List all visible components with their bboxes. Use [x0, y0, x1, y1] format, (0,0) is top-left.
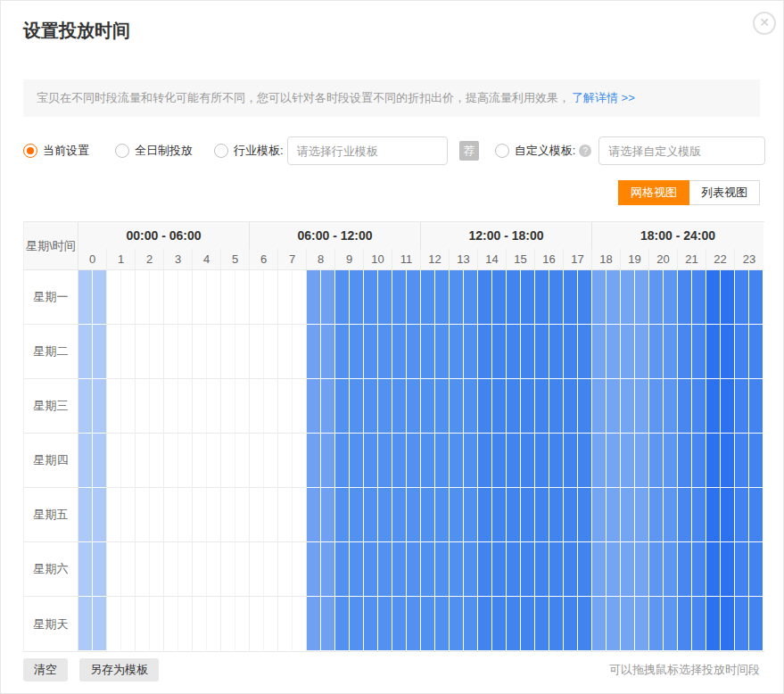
- schedule-cell-half[interactable]: [378, 379, 392, 433]
- schedule-cell[interactable]: [450, 542, 478, 597]
- schedule-cell-half[interactable]: [93, 325, 106, 378]
- schedule-cell-half[interactable]: [450, 434, 464, 487]
- schedule-cell-half[interactable]: [478, 434, 492, 487]
- schedule-cell-half[interactable]: [121, 542, 135, 596]
- schedule-cell-half[interactable]: [378, 434, 392, 487]
- schedule-cell-half[interactable]: [721, 434, 734, 487]
- schedule-cell-half[interactable]: [121, 597, 135, 650]
- schedule-cell-half[interactable]: [93, 434, 106, 487]
- schedule-cell-half[interactable]: [221, 325, 235, 378]
- schedule-cell-half[interactable]: [307, 434, 321, 487]
- schedule-cell-half[interactable]: [121, 325, 135, 378]
- schedule-cell-half[interactable]: [678, 597, 692, 650]
- schedule-cell[interactable]: [392, 597, 421, 651]
- schedule-cell-half[interactable]: [335, 270, 350, 324]
- schedule-cell-half[interactable]: [507, 325, 521, 378]
- schedule-cell-half[interactable]: [293, 325, 306, 378]
- schedule-cell-half[interactable]: [378, 325, 392, 378]
- schedule-cell[interactable]: [307, 379, 335, 434]
- schedule-cell-half[interactable]: [706, 597, 721, 650]
- schedule-cell[interactable]: [78, 379, 107, 434]
- schedule-cell[interactable]: [307, 325, 335, 379]
- schedule-cell[interactable]: [307, 597, 335, 651]
- schedule-cell-half[interactable]: [692, 379, 706, 433]
- schedule-cell-half[interactable]: [678, 379, 692, 433]
- schedule-cell-half[interactable]: [164, 379, 178, 433]
- schedule-cell-half[interactable]: [578, 542, 591, 596]
- schedule-cell-half[interactable]: [350, 434, 363, 487]
- schedule-cell-half[interactable]: [364, 597, 378, 650]
- schedule-cell-half[interactable]: [335, 597, 350, 650]
- schedule-cell-half[interactable]: [507, 379, 521, 433]
- schedule-cell[interactable]: [278, 542, 307, 597]
- schedule-cell-half[interactable]: [378, 542, 392, 596]
- schedule-cell-half[interactable]: [621, 434, 635, 487]
- schedule-cell[interactable]: [592, 597, 621, 651]
- schedule-cell-half[interactable]: [221, 270, 235, 324]
- schedule-cell-half[interactable]: [664, 597, 677, 650]
- schedule-cell-half[interactable]: [450, 488, 464, 541]
- schedule-cell-half[interactable]: [735, 325, 749, 378]
- schedule-cell[interactable]: [193, 325, 221, 379]
- clear-button[interactable]: 清空: [23, 658, 68, 682]
- schedule-cell-half[interactable]: [564, 597, 578, 650]
- schedule-cell-half[interactable]: [578, 379, 591, 433]
- schedule-cell-half[interactable]: [321, 434, 334, 487]
- schedule-cell[interactable]: [221, 379, 250, 434]
- schedule-cell-half[interactable]: [150, 597, 163, 650]
- schedule-cell-half[interactable]: [178, 379, 192, 433]
- schedule-cell-half[interactable]: [421, 270, 435, 324]
- schedule-cell[interactable]: [107, 434, 136, 488]
- schedule-cell-half[interactable]: [721, 325, 734, 378]
- schedule-cell[interactable]: [307, 434, 335, 488]
- schedule-cell-half[interactable]: [549, 325, 563, 378]
- schedule-cell-half[interactable]: [450, 270, 464, 324]
- schedule-cell-half[interactable]: [492, 434, 506, 487]
- schedule-cell[interactable]: [592, 325, 621, 379]
- schedule-cell-half[interactable]: [350, 542, 363, 596]
- schedule-cell[interactable]: [78, 325, 107, 379]
- schedule-cell[interactable]: [136, 325, 164, 379]
- schedule-cell[interactable]: [364, 325, 392, 379]
- schedule-cell[interactable]: [250, 270, 278, 325]
- schedule-cell[interactable]: [250, 379, 278, 434]
- schedule-cell[interactable]: [507, 270, 535, 325]
- schedule-cell[interactable]: [592, 270, 621, 325]
- schedule-cell-half[interactable]: [649, 270, 664, 324]
- schedule-cell[interactable]: [136, 597, 164, 651]
- schedule-cell[interactable]: [278, 270, 307, 325]
- schedule-cell[interactable]: [535, 325, 564, 379]
- schedule-cell-half[interactable]: [178, 488, 192, 541]
- schedule-cell-half[interactable]: [464, 325, 477, 378]
- schedule-cell-half[interactable]: [521, 597, 534, 650]
- schedule-cell-half[interactable]: [407, 434, 420, 487]
- schedule-cell-half[interactable]: [150, 270, 163, 324]
- schedule-cell-half[interactable]: [321, 270, 334, 324]
- schedule-cell[interactable]: [278, 488, 307, 542]
- radio-custom-template[interactable]: 自定义模板:: [495, 143, 576, 159]
- schedule-cell-half[interactable]: [749, 270, 763, 324]
- schedule-cell-half[interactable]: [293, 434, 306, 487]
- schedule-cell-half[interactable]: [178, 325, 192, 378]
- schedule-cell-half[interactable]: [150, 434, 163, 487]
- schedule-cell-half[interactable]: [307, 325, 321, 378]
- schedule-cell[interactable]: [164, 325, 193, 379]
- schedule-cell-half[interactable]: [207, 434, 220, 487]
- schedule-cell[interactable]: [450, 270, 478, 325]
- schedule-cell-half[interactable]: [535, 597, 549, 650]
- schedule-cell-half[interactable]: [250, 270, 264, 324]
- schedule-cell[interactable]: [678, 270, 706, 325]
- schedule-cell-half[interactable]: [136, 434, 150, 487]
- schedule-cell-half[interactable]: [321, 488, 334, 541]
- schedule-cell-half[interactable]: [435, 434, 449, 487]
- schedule-cell-half[interactable]: [621, 597, 635, 650]
- schedule-cell-half[interactable]: [749, 597, 763, 650]
- schedule-cell-half[interactable]: [107, 270, 121, 324]
- schedule-cell-half[interactable]: [478, 379, 492, 433]
- schedule-cell[interactable]: [364, 597, 392, 651]
- schedule-cell-half[interactable]: [407, 542, 420, 596]
- schedule-cell[interactable]: [421, 379, 450, 434]
- schedule-cell[interactable]: [421, 542, 450, 597]
- schedule-cell[interactable]: [307, 270, 335, 325]
- schedule-cell-half[interactable]: [592, 325, 607, 378]
